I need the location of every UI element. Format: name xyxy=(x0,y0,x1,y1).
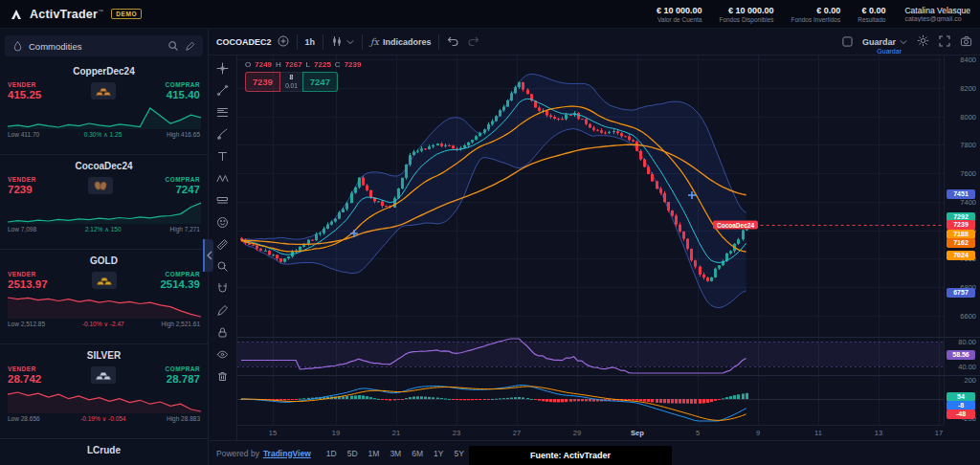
user-menu[interactable]: Catalina Velasque cataytes@gmail.co xyxy=(904,6,970,22)
buy-button[interactable]: COMPRAR 28.787 xyxy=(166,365,200,385)
pane-separator[interactable] xyxy=(237,375,980,376)
time-axis-label: 19 xyxy=(332,429,340,437)
change-value: -0.10% ∨ -2.47 xyxy=(82,321,124,328)
eye-icon[interactable] xyxy=(213,346,233,362)
sparkline-chart xyxy=(8,201,201,224)
search-icon[interactable] xyxy=(167,40,179,52)
sell-button[interactable]: VENDER 7239 xyxy=(8,176,36,195)
zoom-icon[interactable] xyxy=(213,258,233,274)
price-tag: 58.56 xyxy=(947,350,975,360)
buy-button[interactable]: COMPRAR 7247 xyxy=(166,176,200,195)
instrument-name: CopperDec24 xyxy=(8,60,200,77)
text-icon[interactable] xyxy=(213,148,233,164)
high-value: High 28.883 xyxy=(167,415,200,423)
invested-funds-label: Fondos Invertidos xyxy=(791,16,841,23)
sell-price: 28.742 xyxy=(8,373,41,385)
symbol-tab[interactable]: COCOADEC2 xyxy=(216,35,289,49)
instrument-card-lcrude[interactable]: LCrude xyxy=(0,439,208,465)
indicator-scale-label: 200 xyxy=(964,376,976,385)
save-button[interactable]: Guardar xyxy=(862,37,907,47)
xabcd-pattern-icon[interactable] xyxy=(213,170,233,186)
save-layout-checkbox-icon[interactable] xyxy=(842,33,853,51)
high-value: High 416.65 xyxy=(167,131,200,139)
user-name: Catalina Velasque xyxy=(904,6,970,15)
change-value: 2.12% ∧ 150 xyxy=(85,226,122,233)
redo-icon[interactable] xyxy=(467,33,479,51)
sell-button[interactable]: VENDER 2513.97 xyxy=(8,271,48,290)
brush-icon[interactable] xyxy=(213,126,233,142)
range-button-1y[interactable]: 1Y xyxy=(434,449,443,458)
app-title: ActivTrader™ xyxy=(30,8,103,21)
edit-icon[interactable] xyxy=(185,41,195,52)
instrument-card-copper[interactable]: CopperDec24 VENDER 415.25 COMPRAR 415.40 xyxy=(0,60,208,155)
price-axis[interactable]: 8400820080007800760074007200700068006600… xyxy=(944,55,980,425)
price-tag: 7239 xyxy=(947,220,975,230)
sell-price-button[interactable]: 7239 xyxy=(245,72,280,92)
range-button-6m[interactable]: 6M xyxy=(412,449,423,458)
interval-selector[interactable]: 1h xyxy=(305,37,316,47)
result-value: € 0.00 xyxy=(861,6,885,15)
chart-toolbar: COCOADEC2 1h ƒx Indicadores xyxy=(209,29,980,55)
sell-button[interactable]: VENDER 415.25 xyxy=(8,81,41,100)
range-button-3m[interactable]: 3M xyxy=(390,449,401,458)
trash-icon[interactable] xyxy=(213,368,233,384)
time-axis-label: 13 xyxy=(875,429,882,437)
sell-label: VENDER xyxy=(8,271,48,277)
buy-button[interactable]: COMPRAR 2514.39 xyxy=(160,271,200,290)
draw-icon[interactable] xyxy=(213,302,233,318)
buy-button[interactable]: COMPRAR 415.40 xyxy=(166,81,200,100)
indicators-label: Indicadores xyxy=(383,37,432,47)
price-tag: 6757 xyxy=(947,288,975,298)
range-button-5d[interactable]: 5D xyxy=(347,449,358,458)
watchlist: CopperDec24 VENDER 415.25 COMPRAR 415.40 xyxy=(0,60,208,465)
magnet-icon[interactable] xyxy=(213,280,233,296)
instrument-card-gold[interactable]: GOLD VENDER 2513.97 COMPRAR 2514.39 xyxy=(0,250,208,344)
instrument-card-silver[interactable]: SILVER VENDER 28.742 COMPRAR 28.787 xyxy=(0,344,208,439)
indicators-button[interactable]: ƒx Indicadores xyxy=(370,36,431,47)
price-axis-label: 8000 xyxy=(960,112,976,121)
fib-retracement-icon[interactable] xyxy=(213,104,233,120)
sell-button[interactable]: VENDER 28.742 xyxy=(8,365,41,385)
activtrader-logo-icon[interactable] xyxy=(10,8,23,21)
instrument-card-cocoa[interactable]: CocoaDec24 VENDER 7239 COMPRAR 7247 xyxy=(0,155,208,250)
lock-icon[interactable] xyxy=(213,324,233,340)
buy-label: COMPRAR xyxy=(166,176,200,183)
saved-layout-name[interactable]: Guardar xyxy=(877,48,902,55)
range-button-5y[interactable]: 5Y xyxy=(454,449,463,458)
top-bar: ActivTrader™ DEMO € 10 000.00 Valor de C… xyxy=(0,0,980,29)
buy-price-button[interactable]: 7247 xyxy=(302,72,338,92)
long-position-icon[interactable] xyxy=(213,192,233,208)
time-axis-label: Sep xyxy=(631,429,644,437)
sidebar-collapse-handle[interactable] xyxy=(203,239,213,272)
pane-separator[interactable] xyxy=(237,337,980,338)
watchlist-group-selector[interactable]: Commodities xyxy=(5,35,203,56)
crosshair-icon[interactable] xyxy=(213,60,233,76)
time-axis-label: 21 xyxy=(392,429,400,437)
trend-line-icon[interactable] xyxy=(213,82,233,98)
sell-price: 7239 xyxy=(8,184,36,195)
price-chart-canvas[interactable] xyxy=(237,55,944,425)
account-value-metric: € 10 000.00 Valor de Cuenta xyxy=(657,6,702,23)
add-symbol-icon[interactable] xyxy=(278,35,289,49)
cocoa-beans-icon xyxy=(88,177,113,194)
high-value: High 7,271 xyxy=(170,226,200,233)
emoji-icon[interactable] xyxy=(213,214,233,230)
time-axis[interactable]: 151921232729Sep59111317 xyxy=(237,425,944,440)
time-axis-label: 11 xyxy=(814,429,822,437)
price-line-symbol-tag: CocoaDec24 xyxy=(713,221,758,230)
settings-gear-icon[interactable] xyxy=(917,33,929,51)
tradingview-link[interactable]: TradingView xyxy=(263,449,311,458)
buy-label: COMPRAR xyxy=(166,271,200,277)
copper-bars-icon xyxy=(91,82,116,100)
price-axis-label: 8200 xyxy=(960,83,976,92)
measure-icon[interactable] xyxy=(213,236,233,252)
range-button-1m[interactable]: 1M xyxy=(368,449,380,458)
undo-icon[interactable] xyxy=(447,33,459,51)
sell-label: VENDER xyxy=(8,176,36,183)
range-button-1d[interactable]: 1D xyxy=(326,449,337,458)
price-axis-label: 8400 xyxy=(960,55,976,64)
symbol-name: COCOADEC2 xyxy=(216,37,272,47)
chart-type-selector[interactable] xyxy=(331,35,354,49)
fullscreen-icon[interactable] xyxy=(939,33,950,51)
camera-icon[interactable] xyxy=(960,33,972,51)
